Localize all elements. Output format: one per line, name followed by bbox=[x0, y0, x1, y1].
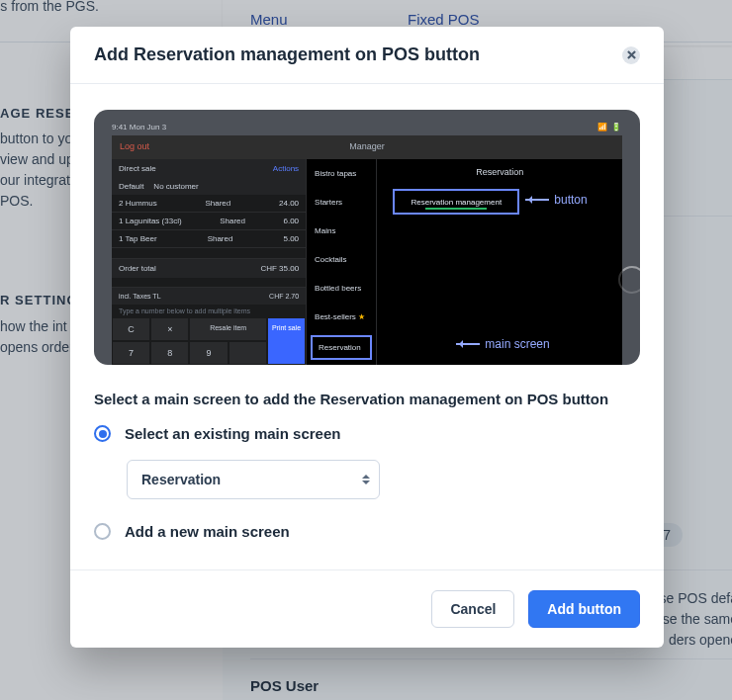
arrow-icon bbox=[525, 199, 549, 201]
illus-mgmt-button-highlight: Reservation management bbox=[393, 189, 519, 215]
illus-keypad: C × Resale item Print sale 7 8 9 bbox=[112, 317, 306, 365]
illus-pos-right: Reservation Reservation management butto… bbox=[377, 159, 622, 365]
illus-actions: Actions bbox=[273, 164, 299, 173]
illus-total: Order total bbox=[119, 264, 156, 273]
add-button[interactable]: Add button bbox=[528, 590, 640, 628]
illus-row-1: 2 Hummus bbox=[119, 199, 157, 208]
illus-note: Type a number below to add multiple item… bbox=[112, 305, 306, 317]
illus-logout: Log out bbox=[120, 141, 149, 151]
add-reservation-modal: Add Reservation management on POS button… bbox=[70, 27, 664, 648]
mainscreen-select-wrap: Reservation bbox=[127, 460, 380, 499]
modal-title: Add Reservation management on POS button bbox=[94, 44, 480, 65]
mainscreen-select[interactable]: Reservation bbox=[127, 460, 380, 499]
pos-illustration: 9:41 Mon Jun 3 📶 🔋 Log out Manager Direc… bbox=[94, 110, 640, 365]
illus-pos-categories: Bistro tapas Starters Mains Cocktails Bo… bbox=[306, 159, 377, 365]
updown-caret-icon bbox=[362, 471, 370, 488]
close-icon bbox=[627, 50, 636, 59]
radio-new[interactable] bbox=[94, 523, 111, 540]
arrow-icon bbox=[456, 343, 480, 345]
illus-default: Default bbox=[119, 182, 143, 191]
modal-body: 9:41 Mon Jun 3 📶 🔋 Log out Manager Direc… bbox=[70, 84, 664, 569]
modal-header: Add Reservation management on POS button bbox=[70, 27, 664, 84]
illus-label-mainscreen: main screen bbox=[456, 337, 549, 351]
radio-row-existing[interactable]: Select an existing main screen bbox=[94, 425, 640, 442]
illus-label-button: button bbox=[525, 193, 587, 207]
radio-existing[interactable] bbox=[94, 425, 111, 442]
illus-screen-head: Reservation bbox=[377, 167, 622, 177]
illus-row-3: 1 Tap Beer bbox=[119, 234, 157, 243]
close-button[interactable] bbox=[622, 46, 640, 64]
cancel-button[interactable]: Cancel bbox=[431, 590, 514, 628]
illus-selected-mainscreen: Reservation bbox=[311, 335, 372, 360]
spinner-icon bbox=[618, 266, 640, 294]
illus-time: 9:41 Mon Jun 3 bbox=[112, 123, 166, 131]
radio-existing-label: Select an existing main screen bbox=[125, 425, 340, 442]
illus-no-customer: No customer bbox=[153, 182, 198, 191]
illus-pos-left: Direct saleActions DefaultNo customer 2 … bbox=[112, 159, 306, 365]
radio-new-label: Add a new main screen bbox=[125, 523, 290, 540]
modal-footer: Cancel Add button bbox=[70, 569, 664, 648]
illus-direct-sale: Direct sale bbox=[119, 164, 156, 173]
wifi-battery-icon: 📶 🔋 bbox=[597, 123, 622, 131]
illus-manager: Manager bbox=[349, 141, 385, 151]
illus-row-2: 1 Lagunitas (33cl) bbox=[119, 217, 182, 225]
radio-row-new[interactable]: Add a new main screen bbox=[94, 523, 640, 540]
mainscreen-select-value: Reservation bbox=[141, 472, 221, 487]
instruction-text: Select a main screen to add the Reservat… bbox=[94, 391, 640, 407]
